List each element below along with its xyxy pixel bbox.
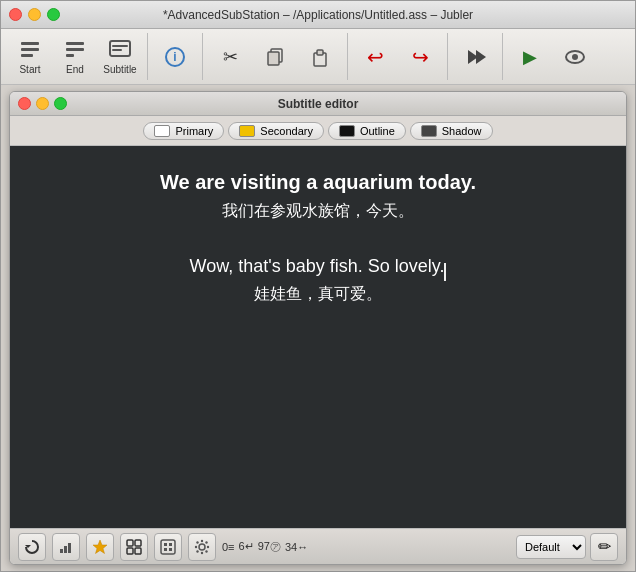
svg-point-39 [205, 550, 207, 552]
svg-rect-25 [135, 540, 141, 546]
svg-point-35 [201, 551, 203, 553]
svg-point-41 [196, 550, 198, 552]
main-toolbar: Start End [1, 29, 635, 85]
subtitle-editor-bottom-bar: 0≡ 6↵ 97㋐ 34↔ Default ✏ [10, 528, 626, 564]
svg-rect-0 [21, 42, 39, 45]
secondary-color-swatch [239, 125, 255, 137]
settings-icon [194, 539, 210, 555]
app-window: *AdvancedSubStation – /Applications/Unti… [0, 0, 636, 572]
sub-close-button[interactable] [18, 97, 31, 110]
sub-minimize-button[interactable] [36, 97, 49, 110]
svg-rect-31 [164, 548, 167, 551]
undo-icon: ↩ [367, 45, 384, 69]
sub-maximize-button[interactable] [54, 97, 67, 110]
svg-point-36 [195, 545, 197, 547]
tool-btn-4[interactable] [120, 533, 148, 561]
info-button[interactable]: i [154, 33, 196, 81]
toolbar-group-info: i [154, 33, 203, 80]
svg-rect-27 [135, 548, 141, 554]
subtitle-line-1: We are visiting a aquarium today. [160, 166, 476, 198]
outline-label: Outline [360, 125, 395, 137]
status-area: 0≡ 6↵ 97㋐ 34↔ [222, 539, 308, 554]
svg-point-33 [199, 544, 205, 550]
subtitle-icon [108, 38, 132, 62]
cut-button[interactable]: ✂ [209, 33, 251, 81]
star-icon [92, 539, 108, 555]
end-icon [63, 38, 87, 62]
subtitle-line-spacer [160, 224, 476, 253]
close-button[interactable] [9, 8, 22, 21]
jump-icon [464, 46, 486, 68]
svg-rect-26 [127, 548, 133, 554]
svg-rect-28 [161, 540, 175, 554]
svg-rect-20 [60, 549, 63, 553]
secondary-style-button[interactable]: Secondary [228, 122, 324, 140]
svg-point-34 [201, 539, 203, 541]
svg-marker-23 [93, 540, 107, 554]
svg-rect-4 [66, 48, 84, 51]
cut-icon: ✂ [223, 46, 238, 68]
tool-btn-2[interactable] [52, 533, 80, 561]
window-controls [9, 8, 60, 21]
subtitle-editor-title: Subtitle editor [278, 97, 359, 111]
subtitle-preview-area: We are visiting a aquarium today. 我们在参观水… [10, 146, 626, 528]
undo-button[interactable]: ↩ [354, 33, 396, 81]
svg-rect-29 [164, 543, 167, 546]
tool-btn-6[interactable] [188, 533, 216, 561]
tool-btn-5[interactable] [154, 533, 182, 561]
grid-icon [160, 539, 176, 555]
jump-button[interactable] [454, 33, 496, 81]
tool-btn-3[interactable] [86, 533, 114, 561]
subtitle-line-3: Wow, that's baby fish. So lovely. [160, 252, 476, 281]
pencil-icon: ✏ [598, 537, 611, 556]
outline-style-button[interactable]: Outline [328, 122, 406, 140]
layout-icon [126, 539, 142, 555]
text-cursor [444, 263, 446, 281]
svg-marker-16 [476, 50, 486, 64]
width-display: 34↔ [285, 541, 308, 553]
paste-button[interactable] [299, 33, 341, 81]
svg-rect-6 [110, 41, 130, 56]
chart-icon [58, 539, 74, 555]
redo-button[interactable]: ↪ [399, 33, 441, 81]
primary-style-button[interactable]: Primary [143, 122, 224, 140]
shadow-style-button[interactable]: Shadow [410, 122, 493, 140]
eye-icon [564, 50, 586, 64]
copy-button[interactable] [254, 33, 296, 81]
primary-color-swatch [154, 125, 170, 137]
start-button[interactable]: Start [9, 33, 51, 81]
svg-rect-24 [127, 540, 133, 546]
subtitle-content: We are visiting a aquarium today. 我们在参观水… [160, 166, 476, 307]
svg-point-38 [196, 541, 198, 543]
style-dropdown[interactable]: Default [516, 535, 586, 559]
start-icon [18, 38, 42, 62]
app-title: *AdvancedSubStation – /Applications/Unti… [163, 8, 473, 22]
maximize-button[interactable] [47, 8, 60, 21]
duration-display: 6↵ [239, 540, 254, 553]
shadow-color-swatch [421, 125, 437, 137]
refresh-icon [24, 539, 40, 555]
play-button[interactable]: ▶ [509, 33, 551, 81]
svg-rect-12 [268, 52, 279, 65]
primary-label: Primary [175, 125, 213, 137]
svg-rect-8 [112, 49, 122, 51]
play-icon: ▶ [523, 46, 537, 68]
subtitle-line-4: 娃娃鱼，真可爱。 [160, 281, 476, 307]
svg-rect-3 [66, 42, 84, 45]
svg-rect-22 [68, 543, 71, 553]
edit-style-button[interactable]: ✏ [590, 533, 618, 561]
minimize-button[interactable] [28, 8, 41, 21]
subtitle-line-2: 我们在参观水族馆，今天。 [160, 198, 476, 224]
toolbar-group-nav [454, 33, 503, 80]
svg-point-40 [205, 541, 207, 543]
tool-btn-1[interactable] [18, 533, 46, 561]
count-display: 0≡ [222, 541, 235, 553]
subtitle-label: Subtitle [103, 64, 136, 75]
subtitle-button[interactable]: Subtitle [99, 33, 141, 81]
redo-icon: ↪ [412, 45, 429, 69]
sub-window-controls [18, 97, 67, 110]
eye-button[interactable] [554, 33, 596, 81]
toolbar-group-play: ▶ [509, 33, 602, 80]
end-button[interactable]: End [54, 33, 96, 81]
toolbar-group-file: Start End [9, 33, 148, 80]
